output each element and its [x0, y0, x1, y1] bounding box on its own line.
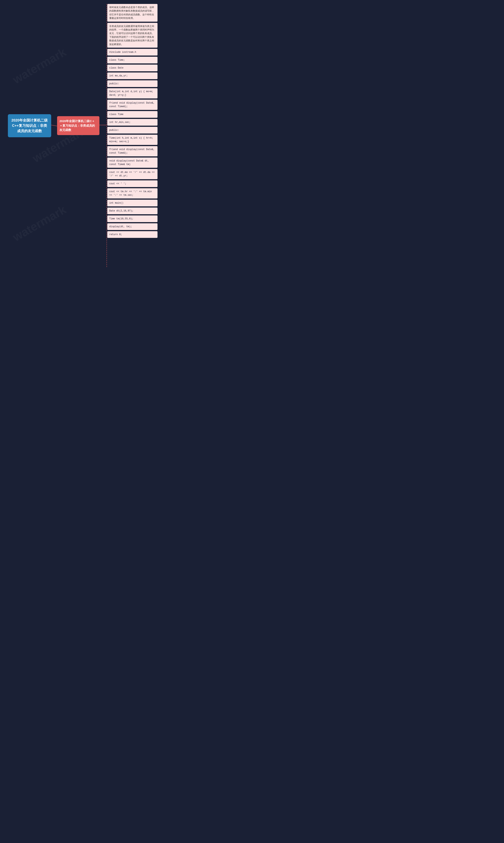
content-box-box19: int main() — [107, 200, 158, 207]
content-box-box22: display(dt, tm); — [107, 223, 158, 230]
content-box-box13: Time(int h,int m,int s) { hr=h; min=m; s… — [107, 135, 158, 145]
page-container: watermark watermark watermark 2020年全国计算机… — [0, 0, 163, 272]
content-box-box4: class Time; — [107, 57, 158, 64]
content-box-box11: int hr,min,sec; — [107, 119, 158, 126]
content-box-box6: int mo,da,yr; — [107, 72, 158, 79]
content-box-box21: Time tm(10,55,0); — [107, 215, 158, 222]
content-box-box1: 有时候友元函数未必是某个类的成员。这样的函数拥有类对象私有数据成员的读写权，但它… — [107, 4, 158, 22]
content-box-box2: 非类成员的友元函数通常被用来做为类之间的纽带。一个函数如果被两个类同时声明为友元… — [107, 23, 158, 48]
watermark: watermark — [11, 45, 68, 87]
content-box-box5: class Date — [107, 65, 158, 71]
mindmap-left-label: 2020年全国计算机二级C++复习知识点：非类成员的友元函数 — [12, 118, 48, 133]
content-box-box17: cout << ' '; — [107, 180, 158, 187]
content-box-box7: public: — [107, 80, 158, 87]
content-box-box14: friend void display(const Date&, const T… — [107, 146, 158, 156]
content-box-box12: public: — [107, 127, 158, 133]
mindmap-center-label: 2020年全国计算机二级C＋＋复习知识点：非类成员的友元函数 — [59, 119, 95, 131]
mindmap-center-box: 2020年全国计算机二级C＋＋复习知识点：非类成员的友元函数 — [57, 116, 100, 135]
mindmap-left-box: 2020年全国计算机二级C++复习知识点：非类成员的友元函数 — [8, 114, 51, 137]
content-box-box16: cout << dt.mo << '/' << dt.da << '/' << … — [107, 169, 158, 179]
content-box-box18: cout << tm.hr << ':' << tm.min << ':' <<… — [107, 188, 158, 198]
content-box-box8: Date(int m,int d,int y) { mo=m; da=d; yr… — [107, 88, 158, 98]
content-box-box10: class Time — [107, 111, 158, 118]
content-box-box3: #include iostream.h — [107, 49, 158, 55]
content-box-box9: friend void display(const Date&, const T… — [107, 100, 158, 110]
watermark3: watermark — [11, 203, 68, 244]
svg-line-1 — [51, 125, 57, 126]
content-box-box23: return 0; — [107, 231, 158, 238]
content-box-box20: Date dt(2,16,97); — [107, 208, 158, 214]
right-content-area: 有时候友元函数未必是某个类的成员。这样的函数拥有类对象私有数据成员的读写权，但它… — [107, 4, 158, 238]
content-box-box15: void display(const Date& dt, const Time&… — [107, 158, 158, 168]
